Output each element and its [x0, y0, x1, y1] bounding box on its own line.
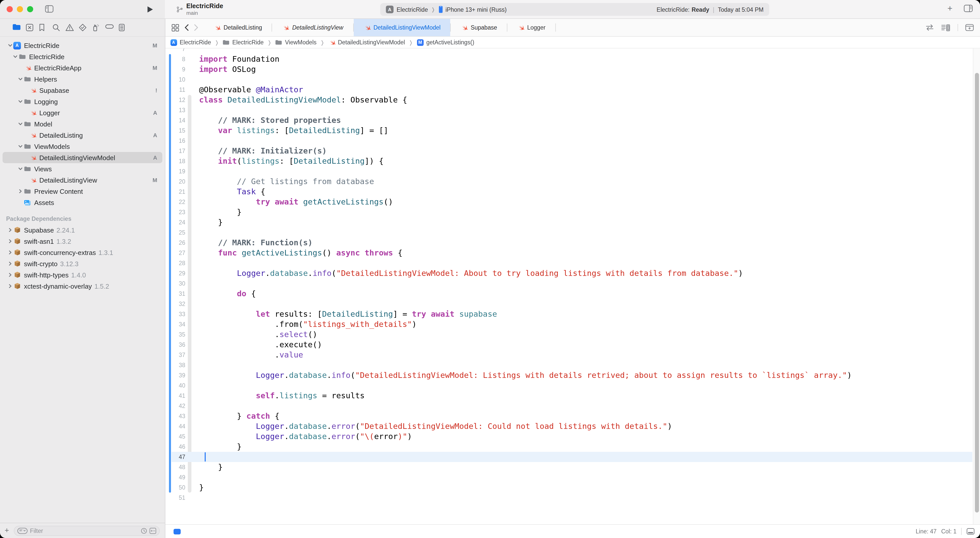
code-line-17[interactable]: 17 // MARK: Initializer(s): [165, 146, 972, 156]
filter-field[interactable]: Filter: [14, 525, 160, 536]
code-line-41[interactable]: 41 self.listings = results: [165, 390, 972, 401]
disclosure-right-icon[interactable]: [7, 227, 13, 233]
sidebar-item-detailedlistingview[interactable]: DetailedListingViewM: [3, 175, 162, 186]
activity-view[interactable]: A ElectricRide ❭ iPhone 13+ mini (Russ) …: [380, 3, 769, 16]
code-line-26[interactable]: 26 // MARK: Function(s): [165, 238, 972, 248]
sidebar-item-viewmodels[interactable]: ViewModels: [3, 141, 162, 152]
code-line-43[interactable]: 43 } catch {: [165, 411, 972, 421]
code-line-46[interactable]: 46 }: [165, 442, 972, 452]
disclosure-down-icon[interactable]: [12, 54, 18, 60]
code-line-9[interactable]: 9import OSLog: [165, 64, 972, 75]
minimize-window-button[interactable]: [17, 6, 23, 12]
code-line-31[interactable]: 31 do {: [165, 289, 972, 299]
editor-options-icon[interactable]: [941, 24, 950, 31]
sidebar-item-electricrideapp[interactable]: ElectricRideAppM: [3, 62, 162, 73]
related-items-grid-icon[interactable]: [172, 24, 179, 31]
code-line-27[interactable]: 27 func getActiveListings() async throws…: [165, 248, 972, 258]
code-line-8[interactable]: 8import Foundation: [165, 54, 972, 64]
swap-editor-icon[interactable]: [925, 24, 934, 31]
code-line-48[interactable]: 48 }: [165, 462, 972, 472]
code-line-10[interactable]: 10: [165, 75, 972, 85]
reports-icon[interactable]: [118, 23, 127, 32]
library-plus-icon[interactable]: +: [947, 4, 953, 13]
disclosure-right-icon[interactable]: [7, 283, 13, 289]
code-line-16[interactable]: 16: [165, 136, 972, 146]
sidebar-item-views[interactable]: Views: [3, 163, 162, 175]
disclosure-down-icon[interactable]: [18, 98, 24, 105]
go-forward-icon[interactable]: [194, 24, 199, 31]
code-line-21[interactable]: 21 Task {: [165, 187, 972, 197]
disclosure-right-icon[interactable]: [7, 272, 13, 278]
sidebar-item-logging[interactable]: Logging: [3, 96, 162, 107]
sidebar-item-model[interactable]: Model: [3, 118, 162, 130]
breadcrumb-item-detailedlistingviewmodel[interactable]: DetailedListingViewModel: [328, 39, 405, 46]
sidebar-item-electricride[interactable]: AElectricRideM: [3, 40, 162, 51]
disclosure-down-icon[interactable]: [18, 121, 24, 127]
breadcrumb-item-viewmodels[interactable]: ViewModels: [275, 39, 317, 46]
code-line-40[interactable]: 40: [165, 381, 972, 390]
package-item-swift-crypto[interactable]: swift-crypto3.12.3: [3, 258, 162, 269]
project-navigator-icon[interactable]: [12, 23, 21, 32]
editor-only-layout-icon[interactable]: [966, 528, 975, 535]
zoom-window-button[interactable]: [27, 6, 33, 12]
disclosure-down-icon[interactable]: [7, 42, 13, 48]
code-editor[interactable]: 78import Foundation9import OSLog1011@Obs…: [165, 48, 980, 524]
code-line-20[interactable]: 20 // Get listings from database: [165, 176, 972, 187]
code-line-42[interactable]: 42: [165, 401, 972, 411]
breadcrumb-item-electricride[interactable]: ElectricRide: [223, 39, 264, 46]
toggle-navigator-icon[interactable]: [45, 5, 54, 13]
source-control-icon[interactable]: [25, 23, 34, 32]
disclosure-right-icon[interactable]: [7, 260, 13, 267]
code-line-11[interactable]: 11@Observable @MainActor: [165, 85, 972, 95]
code-line-33[interactable]: 33 let results: [DetailedListing] = try …: [165, 309, 972, 319]
breadcrumb-item-electricride[interactable]: AElectricRide: [170, 39, 211, 46]
disclosure-right-icon[interactable]: [18, 188, 24, 194]
add-editor-icon[interactable]: [965, 24, 974, 31]
sidebar-item-supabase[interactable]: Supabase!: [3, 85, 162, 96]
tab-DetailedListingView[interactable]: DetailedListingView: [272, 19, 353, 36]
go-back-icon[interactable]: [184, 24, 189, 31]
code-line-51[interactable]: 51: [165, 493, 972, 503]
sidebar-item-electricride[interactable]: ElectricRide: [3, 51, 162, 62]
package-item-swift-concurrency-extras[interactable]: swift-concurrency-extras1.3.1: [3, 247, 162, 258]
disclosure-down-icon[interactable]: [18, 76, 24, 82]
tab-Supabase[interactable]: Supabase: [451, 19, 507, 36]
code-line-45[interactable]: 45 Logger.database.error("\(error)"): [165, 432, 972, 442]
code-line-13[interactable]: 13: [165, 105, 972, 115]
sidebar-item-detailedlisting[interactable]: DetailedListingA: [3, 130, 162, 141]
code-line-32[interactable]: 32: [165, 299, 972, 309]
code-line-36[interactable]: 36 .execute(): [165, 340, 972, 350]
code-line-29[interactable]: 29 Logger.database.info("DetailedListing…: [165, 268, 972, 278]
disclosure-down-icon[interactable]: [18, 166, 24, 172]
code-line-34[interactable]: 34 .from("listings_with_details"): [165, 319, 972, 329]
code-line-25[interactable]: 25: [165, 227, 972, 238]
add-file-button[interactable]: +: [5, 526, 9, 535]
sidebar-item-assets[interactable]: Assets: [3, 197, 162, 208]
find-icon[interactable]: [52, 23, 61, 32]
code-line-7[interactable]: 7: [165, 48, 972, 54]
disclosure-down-icon[interactable]: [18, 143, 24, 149]
bookmarks-icon[interactable]: [39, 23, 48, 32]
scrollbar-thumb[interactable]: [975, 73, 979, 513]
filter-scope-icon[interactable]: [150, 528, 156, 534]
code-line-35[interactable]: 35 .select(): [165, 329, 972, 340]
code-line-24[interactable]: 24 }: [165, 217, 972, 227]
code-line-19[interactable]: 19: [165, 166, 972, 176]
disclosure-right-icon[interactable]: [7, 249, 13, 256]
code-line-12[interactable]: 12class DetailedListingViewModel: Observ…: [165, 95, 972, 105]
scheme-name[interactable]: ElectricRide: [396, 6, 428, 13]
package-item-swift-http-types[interactable]: swift-http-types1.4.0: [3, 269, 162, 281]
code-line-30[interactable]: 30: [165, 278, 972, 289]
sidebar-item-helpers[interactable]: Helpers: [3, 73, 162, 85]
code-line-49[interactable]: 49: [165, 472, 972, 482]
code-line-39[interactable]: 39 Logger.database.info("DetailedListing…: [165, 370, 972, 381]
breakpoints-icon[interactable]: [105, 23, 114, 32]
code-line-14[interactable]: 14 // MARK: Stored properties: [165, 115, 972, 125]
toggle-inspector-icon[interactable]: [964, 5, 973, 12]
sidebar-item-logger[interactable]: LoggerA: [3, 107, 162, 118]
code-line-38[interactable]: 38: [165, 360, 972, 370]
package-item-supabase[interactable]: Supabase2.24.1: [3, 224, 162, 236]
code-line-22[interactable]: 22 try await getActiveListings(): [165, 197, 972, 207]
tab-Logger[interactable]: Logger: [508, 19, 555, 36]
code-line-18[interactable]: 18 init(listings: [DetailedListing]) {: [165, 156, 972, 166]
